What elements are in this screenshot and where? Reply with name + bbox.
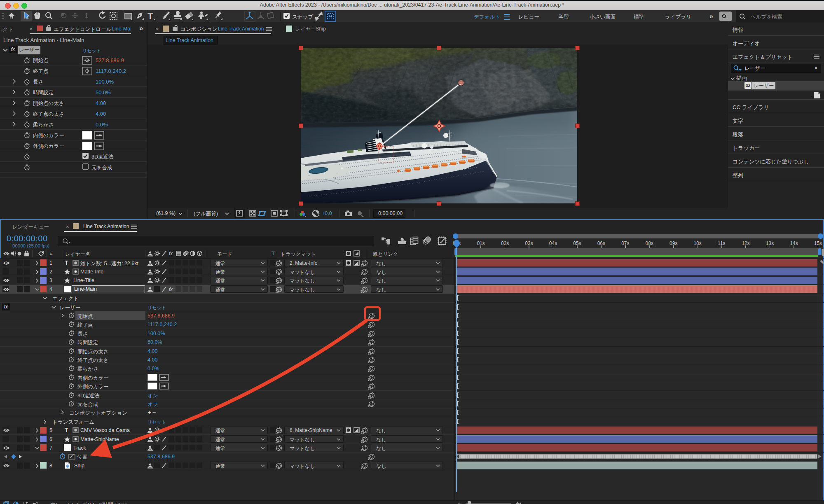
svg-text:KO: KO xyxy=(384,145,389,148)
svg-text:T: T xyxy=(147,11,153,21)
svg-text:fx: fx xyxy=(169,287,173,292)
